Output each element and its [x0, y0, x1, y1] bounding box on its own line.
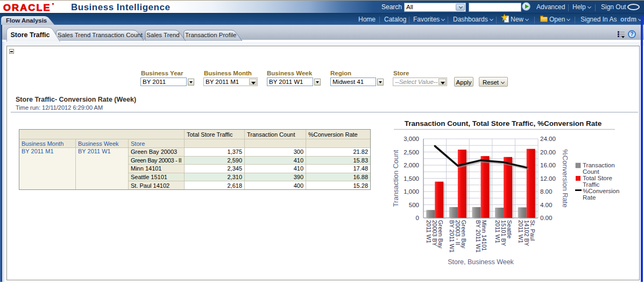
svg-text:8.00: 8.00 [540, 188, 552, 195]
svg-text:12.00: 12.00 [540, 175, 556, 182]
svg-text:1,500: 1,500 [404, 175, 419, 182]
svg-text:Store, Business Week: Store, Business Week [448, 258, 514, 266]
svg-text:Transaction Count, Total Store: Transaction Count, Total Store Traffic, … [405, 119, 602, 128]
svg-text:Transaction Count: Transaction Count [392, 150, 400, 207]
svg-text:Green Bay20003 BY2011 W1: Green Bay20003 BY2011 W1 [426, 220, 444, 249]
svg-text:St. Paul14102 BY2011 W1: St. Paul14102 BY2011 W1 [518, 220, 536, 246]
svg-text:Transaction: Transaction [583, 162, 615, 168]
svg-text:Seattle15101 BY2011 W1: Seattle15101 BY2011 W1 [494, 220, 513, 246]
svg-text:Green Bay20003 - IIBY 2011 W1: Green Bay20003 - IIBY 2011 W1 [449, 220, 467, 253]
svg-text:Total Store: Total Store [583, 175, 612, 181]
svg-text:4.00: 4.00 [540, 202, 552, 208]
svg-text:Rate: Rate [583, 194, 596, 201]
svg-text:24.00: 24.00 [540, 136, 556, 142]
svg-text:500: 500 [409, 202, 419, 208]
svg-text:0: 0 [416, 215, 419, 221]
svg-text:Count: Count [583, 168, 599, 175]
svg-text:Traffic: Traffic [583, 181, 600, 188]
svg-text:16.00: 16.00 [540, 162, 556, 168]
svg-text:Minn 14101BY 2011 W1: Minn 14101BY 2011 W1 [475, 220, 487, 253]
svg-text:%Conversion: %Conversion [583, 188, 619, 194]
svg-text:2,500: 2,500 [404, 149, 419, 155]
svg-text:1,000: 1,000 [404, 188, 419, 195]
svg-text:3,000: 3,000 [404, 136, 419, 142]
svg-text:20.00: 20.00 [540, 149, 556, 155]
svg-text:2,000: 2,000 [404, 162, 419, 168]
svg-text:%Conversion Rate: %Conversion Rate [561, 149, 569, 207]
svg-text:0.00: 0.00 [540, 215, 552, 221]
